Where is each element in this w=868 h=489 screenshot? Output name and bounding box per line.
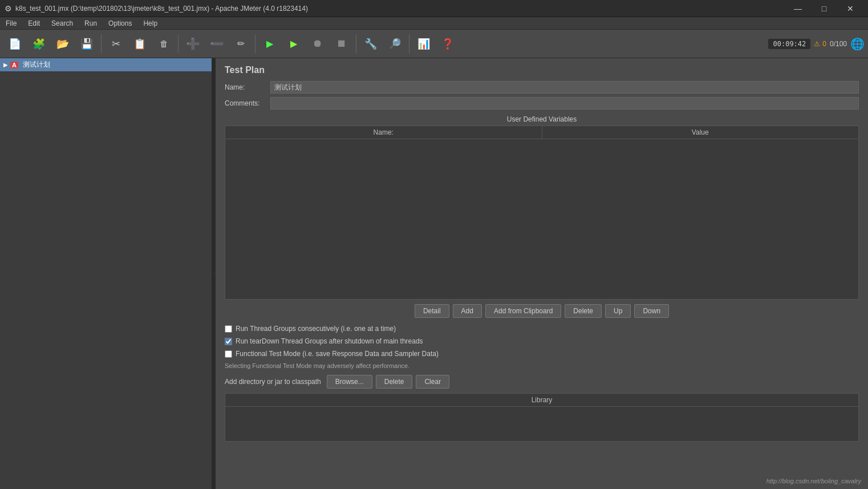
shutdown-button[interactable]: ⏹	[330, 33, 353, 55]
classpath-label: Add directory or jar to classpath	[225, 378, 321, 386]
teardown-checkbox[interactable]	[225, 338, 232, 345]
col-value: Value	[542, 126, 859, 139]
save-button[interactable]: 💾	[75, 33, 98, 55]
comments-input[interactable]	[270, 97, 859, 110]
search-button[interactable]: 🔎	[383, 33, 406, 55]
functional-checkbox[interactable]	[225, 350, 232, 358]
copy-button[interactable]: 📋	[128, 33, 151, 55]
window-controls: — □ ✕	[785, 0, 863, 17]
main-layout: ▶ A 测试计划 ⋮ Test Plan Name: Comments: Use…	[0, 58, 868, 489]
cut-button[interactable]: ✂	[104, 33, 127, 55]
tree-item-label: 测试计划	[23, 60, 50, 70]
down-button[interactable]: Down	[634, 304, 669, 318]
templates-button[interactable]: 🧩	[27, 33, 50, 55]
remove-button[interactable]: ➖	[205, 33, 228, 55]
edit-button[interactable]: ✏	[229, 33, 252, 55]
timer-display: 00:09:42	[768, 39, 810, 49]
delete-row-button[interactable]: Delete	[565, 304, 602, 318]
globe-icon[interactable]: 🌐	[850, 37, 865, 51]
menu-edit[interactable]: Edit	[22, 17, 46, 29]
toolbar: 📄 🧩 📂 💾 ✂ 📋 🗑 ➕ ➖ ✏ ▶ ▶ ⏺ ⏹ 🔧 🔎 📊 ❓ 00:0…	[0, 30, 868, 58]
start-no-pause-button[interactable]: ▶	[282, 33, 305, 55]
name-label: Name:	[225, 83, 270, 91]
separator-5	[409, 35, 409, 53]
add-button[interactable]: ➕	[181, 33, 204, 55]
menu-run[interactable]: Run	[79, 17, 103, 29]
separator-2	[178, 35, 179, 53]
tree-item-icon: A	[10, 62, 18, 68]
consecutive-checkbox[interactable]	[225, 325, 232, 333]
name-input[interactable]	[270, 81, 859, 94]
menu-bar: File Edit Search Run Options Help	[0, 17, 868, 30]
separator-3	[255, 35, 255, 53]
table-body[interactable]	[225, 139, 858, 299]
warning-icon: ⚠	[814, 40, 820, 48]
tree-item-testplan[interactable]: ▶ A 测试计划	[0, 58, 212, 71]
title-text: k8s_test_001.jmx (D:\temp\201802\13\jmet…	[15, 5, 785, 13]
library-body[interactable]	[225, 407, 858, 441]
warning-indicator: ⚠ 0	[814, 40, 826, 48]
teardown-label: Run tearDown Thread Groups after shutdow…	[236, 337, 423, 345]
col-name: Name:	[225, 126, 542, 139]
comments-field-row: Comments:	[225, 97, 859, 110]
title-bar: ⚙ k8s_test_001.jmx (D:\temp\201802\13\jm…	[0, 0, 868, 17]
maximize-button[interactable]: □	[811, 0, 837, 17]
new-button[interactable]: 📄	[3, 33, 26, 55]
name-field-row: Name:	[225, 81, 859, 94]
toolbar-right: 00:09:42 ⚠ 0 0/100 🌐	[768, 37, 865, 51]
tree-arrow: ▶	[3, 62, 8, 68]
content-inner: Test Plan Name: Comments: User Defined V…	[216, 58, 868, 448]
library-table-container: Library	[225, 393, 859, 442]
minimize-button[interactable]: —	[785, 0, 811, 17]
variables-section-title: User Defined Variables	[225, 115, 859, 123]
checkbox-row-2: Run tearDown Thread Groups after shutdow…	[225, 337, 859, 345]
menu-help[interactable]: Help	[137, 17, 163, 29]
clear-button[interactable]: 🔧	[359, 33, 382, 55]
functional-label: Functional Test Mode (i.e. save Response…	[236, 350, 439, 358]
up-button[interactable]: Up	[605, 304, 631, 318]
delete-classpath-button[interactable]: Delete	[376, 375, 413, 389]
close-button[interactable]: ✕	[837, 0, 863, 17]
add-row-button[interactable]: Add	[453, 304, 482, 318]
clear-button-classpath[interactable]: Clear	[416, 375, 449, 389]
section-title: Test Plan	[225, 65, 859, 75]
run-count: 0/100	[830, 40, 847, 48]
help-button[interactable]: ❓	[436, 33, 459, 55]
tree-panel: ▶ A 测试计划	[0, 58, 212, 489]
table-header: Name: Value	[225, 126, 858, 139]
start-button[interactable]: ▶	[258, 33, 281, 55]
app-icon: ⚙	[5, 4, 12, 13]
separator-1	[101, 35, 102, 53]
library-header: Library	[225, 394, 858, 407]
content-panel: Test Plan Name: Comments: User Defined V…	[216, 58, 868, 489]
checkbox-row-3: Functional Test Mode (i.e. save Response…	[225, 350, 859, 358]
comments-label: Comments:	[225, 99, 270, 107]
functional-info: Selecting Functional Test Mode may adver…	[225, 362, 859, 369]
add-from-clipboard-button[interactable]: Add from Clipboard	[485, 304, 561, 318]
checkbox-row-1: Run Thread Groups consecutively (i.e. on…	[225, 325, 859, 333]
menu-file[interactable]: File	[0, 17, 22, 29]
report-button[interactable]: 📊	[412, 33, 435, 55]
separator-4	[356, 35, 356, 53]
menu-search[interactable]: Search	[46, 17, 79, 29]
paste-button[interactable]: 🗑	[152, 33, 175, 55]
stop-button[interactable]: ⏺	[306, 33, 329, 55]
browse-button[interactable]: Browse...	[327, 375, 372, 389]
warning-count: 0	[822, 40, 826, 48]
action-buttons-row: Detail Add Add from Clipboard Delete Up …	[225, 304, 859, 318]
open-button[interactable]: 📂	[51, 33, 74, 55]
menu-options[interactable]: Options	[103, 17, 137, 29]
consecutive-label: Run Thread Groups consecutively (i.e. on…	[236, 325, 396, 333]
variables-table-container: Name: Value	[225, 126, 859, 300]
watermark: http://blog.csdn.net/boling_cavalry	[766, 478, 861, 484]
classpath-row: Add directory or jar to classpath Browse…	[225, 375, 859, 389]
detail-button[interactable]: Detail	[415, 304, 449, 318]
